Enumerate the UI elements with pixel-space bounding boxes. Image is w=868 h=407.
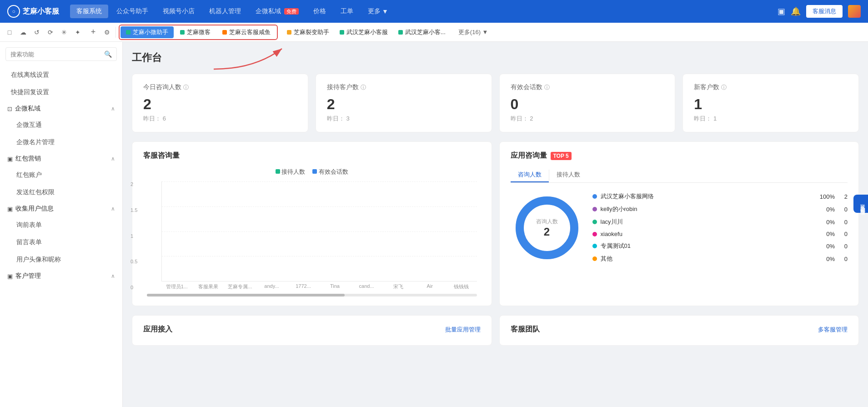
chart-scrollbar-thumb — [147, 294, 345, 296]
chart-scrollbar[interactable] — [147, 294, 477, 296]
tab-icon-4[interactable]: ⟳ — [45, 26, 56, 38]
side-panel[interactable]: 联系系统起客服服 — [853, 195, 868, 213]
top5-dot-6 — [592, 256, 597, 261]
more-tabs-group: 芝麻裂变助手 武汉芝麻小客服 武汉芝麻小客... — [282, 26, 450, 38]
logo[interactable]: ○ 芝麻小客服 — [7, 5, 59, 18]
top5-dot-1 — [592, 194, 597, 199]
search-box[interactable]: 🔍 — [5, 47, 117, 61]
stat-card-served: 接待客户数 ⓘ 2 昨日： 3 — [316, 74, 492, 132]
info-icon-3[interactable]: ⓘ — [544, 84, 550, 91]
tab-inquiry-count[interactable]: 咨询人数 — [511, 168, 549, 182]
top5-dot-2 — [592, 207, 597, 211]
legend-dot-blue — [312, 169, 317, 174]
monitor-icon[interactable]: ▣ — [778, 6, 785, 16]
stat-yesterday-served: 昨日： 3 — [327, 115, 481, 123]
info-icon-4[interactable]: ⓘ — [721, 84, 727, 91]
sidebar-item-online-settings[interactable]: 在线离线设置 — [0, 66, 122, 84]
main-layout: 🔍 在线离线设置 快捷回复设置 ⊡ 企微私域 ∧ 企微互通 企微名片管理 ▣ 红… — [0, 42, 868, 407]
tab-icon-3[interactable]: ↺ — [31, 26, 43, 38]
chart-tabs: 咨询人数 接待人数 — [511, 168, 848, 183]
nav-item-more[interactable]: 更多 ▼ — [361, 5, 395, 18]
sidebar-item-message-form[interactable]: 留言表单 — [0, 234, 122, 251]
sidebar-item-pre-form[interactable]: 询前表单 — [0, 216, 122, 234]
tab-icon-group: □ ☁ ↺ ⟳ ✳ ✦ — [4, 26, 84, 38]
nav-item-gongdan[interactable]: 工单 — [334, 5, 360, 18]
sidebar-section-qiwei[interactable]: ⊡ 企微私域 ∧ — [0, 101, 122, 116]
sidebar-section-hongbao[interactable]: ▣ 红包营销 ∧ — [0, 151, 122, 166]
nav-item-jiqiren[interactable]: 机器人管理 — [203, 5, 247, 18]
page-title: 工作台 — [132, 51, 859, 65]
bell-icon[interactable]: 🔔 — [791, 6, 801, 16]
grid-line-1 — [162, 181, 477, 182]
sidebar-item-avatar[interactable]: 用户头像和昵称 — [0, 251, 122, 268]
grid-line-4 — [162, 256, 477, 256]
stat-card-new: 新客户数 ⓘ 1 昨日： 1 — [682, 74, 859, 132]
batch-app-link[interactable]: 批量应用管理 — [445, 326, 481, 334]
x-axis: 管理员1... 客服果果 芝麻专属... andy... 1772... Tin… — [161, 283, 477, 290]
tab-icon-2[interactable]: ☁ — [17, 26, 29, 38]
tab-zhima-yunkefu[interactable]: 芝麻云客服咸鱼 — [217, 26, 276, 38]
tab-zhima-weike[interactable]: 芝麻微客 — [175, 26, 216, 38]
tabs-more-button[interactable]: 更多(16) ▼ — [454, 26, 493, 38]
top5-row-6: 其他 0% 0 — [592, 252, 848, 265]
sidebar-section-collect[interactable]: ▣ 收集用户信息 ∧ — [0, 201, 122, 216]
charts-row: 客服咨询量 接待人数 有效会话数 2 1.5 — [132, 141, 859, 306]
sidebar-item-quick-reply[interactable]: 快捷回复设置 — [0, 84, 122, 101]
sidebar: 🔍 在线离线设置 快捷回复设置 ⊡ 企微私域 ∧ 企微互通 企微名片管理 ▣ 红… — [0, 42, 123, 407]
tab-dot-2 — [180, 30, 185, 35]
stat-yesterday-inquiry: 昨日： 6 — [143, 115, 297, 123]
chart-legend: 接待人数 有效会话数 — [143, 168, 481, 176]
nav-items: 客服系统 公众号助手 视频号小店 机器人管理 企微私域 免费 价格 工单 更多 … — [70, 5, 778, 18]
bar-chart-area — [161, 181, 477, 281]
tab-icon-5[interactable]: ✳ — [58, 26, 70, 38]
nav-item-kefuxitong[interactable]: 客服系统 — [70, 5, 108, 18]
stat-value-effective: 0 — [511, 96, 664, 113]
top5-chart: 应用咨询量 TOP 5 咨询人数 接待人数 — [499, 141, 859, 306]
top5-row-4: xiaokefu 0% 0 — [592, 228, 848, 240]
tab-add-button[interactable]: + — [87, 26, 99, 38]
tab-settings-button[interactable]: ⚙ — [101, 26, 113, 38]
collect-icon: ▣ — [7, 206, 13, 212]
sidebar-section-customer[interactable]: ▣ 客户管理 ∧ — [0, 268, 122, 284]
tab-icon-6[interactable]: ✦ — [72, 26, 84, 38]
nav-item-gonghao[interactable]: 公众号助手 — [110, 5, 155, 18]
tab-icon-1[interactable]: □ — [4, 26, 15, 38]
bottom-row: 应用接入 批量应用管理 客服团队 多客服管理 — [132, 315, 859, 346]
top5-dot-3 — [592, 220, 597, 224]
stat-value-served: 2 — [327, 96, 481, 113]
multi-cs-link[interactable]: 多客服管理 — [818, 326, 848, 334]
team-card: 客服团队 多客服管理 — [499, 315, 859, 346]
user-avatar[interactable] — [848, 5, 861, 18]
info-icon-1[interactable]: ⓘ — [183, 84, 189, 91]
tab-wuhan2[interactable]: 武汉芝麻小客... — [394, 26, 450, 38]
tab-served-count[interactable]: 接待人数 — [549, 168, 587, 182]
top5-dot-4 — [592, 232, 597, 236]
sidebar-item-hongbao-account[interactable]: 红包账户 — [0, 166, 122, 184]
tab-zhima-xiaowei[interactable]: 芝麻小微助手 — [120, 26, 174, 38]
nav-item-jiage[interactable]: 价格 — [307, 5, 332, 18]
highlighted-tabs: 芝麻小微助手 芝麻微客 芝麻云客服咸鱼 — [119, 25, 278, 40]
main-content: 工作台 今日咨询人数 ⓘ 2 昨日： 6 接待客户数 ⓘ 2 — [123, 42, 868, 407]
tab-divider — [115, 27, 116, 38]
nav-item-qiwei[interactable]: 企微私域 免费 — [249, 5, 305, 18]
search-icon: 🔍 — [104, 50, 112, 58]
tab-wuhan1[interactable]: 武汉芝麻小客服 — [335, 26, 392, 38]
top5-table: 武汉芝麻小客服网络 100% 2 kelly的小robin 0% 0 — [592, 190, 848, 265]
consultation-chart: 客服咨询量 接待人数 有效会话数 2 1.5 — [132, 141, 492, 306]
tab-dot-6 — [398, 30, 403, 35]
logo-icon: ○ — [7, 5, 20, 18]
stat-card-inquiry: 今日咨询人数 ⓘ 2 昨日： 6 — [132, 74, 308, 132]
info-icon-2[interactable]: ⓘ — [361, 84, 366, 91]
sidebar-item-qiwei-hutong[interactable]: 企微互通 — [0, 116, 122, 134]
nav-item-shipin[interactable]: 视频号小店 — [156, 5, 201, 18]
tab-liebian[interactable]: 芝麻裂变助手 — [282, 26, 334, 38]
cs-message-button[interactable]: 客服消息 — [806, 5, 843, 18]
search-input[interactable] — [10, 51, 101, 58]
top-nav: ○ 芝麻小客服 客服系统 公众号助手 视频号小店 机器人管理 企微私域 免费 价… — [0, 0, 868, 23]
donut-area: 咨询人数 2 武汉芝麻小客服网络 100% 2 ke — [511, 190, 848, 265]
sidebar-item-qiwei-card[interactable]: 企微名片管理 — [0, 134, 122, 151]
sidebar-item-send-hongbao[interactable]: 发送红包权限 — [0, 184, 122, 201]
top5-row-1: 武汉芝麻小客服网络 100% 2 — [592, 190, 848, 203]
donut-chart: 咨询人数 2 — [511, 191, 583, 264]
app-access-card: 应用接入 批量应用管理 — [132, 315, 492, 346]
